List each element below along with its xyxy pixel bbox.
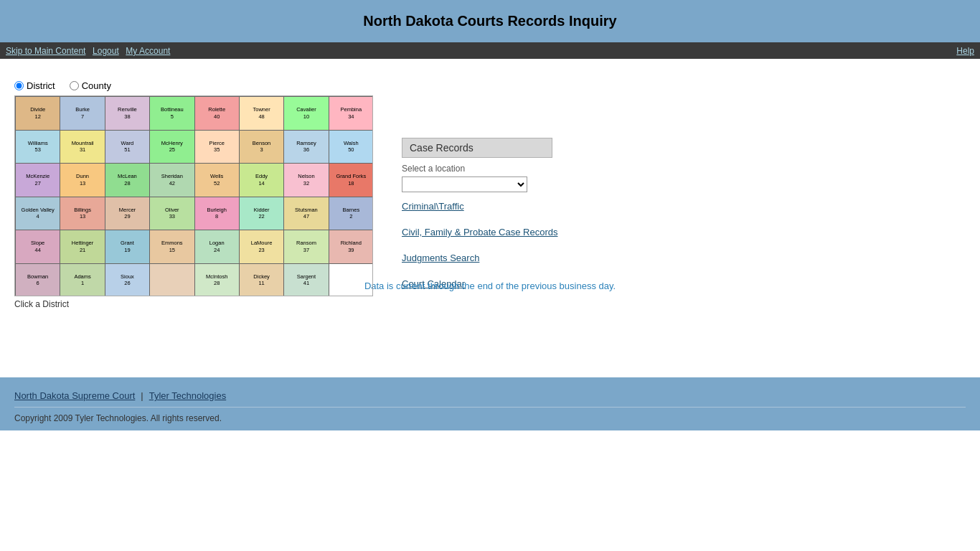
case-records-panel: Case Records Select a location Criminal\… (402, 138, 560, 302)
county-cell[interactable]: Adams1 (60, 263, 105, 296)
county-cell[interactable]: Pierce35 (194, 130, 239, 164)
county-cell[interactable]: Stutsman47 (284, 197, 329, 230)
county-cell[interactable]: McKenzie27 (16, 164, 60, 197)
county-cell[interactable]: Barnes2 (329, 197, 373, 230)
county-cell[interactable] (329, 263, 373, 296)
county-cell[interactable]: Billings13 (60, 197, 105, 230)
navbar: Skip to Main Content Logout My Account H… (0, 42, 980, 59)
county-cell[interactable]: Sargent41 (284, 263, 329, 296)
map-section: District County Divide12Burke7Renville38… (14, 80, 373, 309)
footer-links: North Dakota Supreme Court | Tyler Techn… (14, 385, 966, 408)
view-toggle: District County (14, 80, 111, 91)
case-record-link[interactable]: Judgments Search (402, 253, 560, 263)
county-cell[interactable]: Rolette40 (194, 97, 239, 131)
county-cell[interactable]: Ransom37 (284, 230, 329, 264)
county-cell[interactable]: Oliver33 (150, 197, 194, 230)
county-cell[interactable]: Towner48 (239, 97, 283, 131)
nd-supreme-court-link[interactable]: North Dakota Supreme Court (14, 390, 135, 401)
page-header: North Dakota Courts Records Inquiry (0, 0, 980, 42)
my-account-link[interactable]: My Account (126, 46, 170, 56)
copyright-text: Copyright 2009 Tyler Technologies. All r… (14, 413, 966, 423)
district-radio-label[interactable]: District (14, 80, 55, 91)
help-link[interactable]: Help (956, 46, 974, 56)
county-cell[interactable]: Nelson32 (284, 164, 329, 197)
skip-to-main-link[interactable]: Skip to Main Content (6, 46, 85, 56)
county-radio[interactable] (70, 81, 79, 90)
footer: North Dakota Supreme Court | Tyler Techn… (0, 377, 980, 430)
county-cell[interactable]: Bowman6 (16, 263, 60, 296)
nav-left: Skip to Main Content Logout My Account (6, 45, 174, 56)
logout-link[interactable]: Logout (93, 46, 119, 56)
county-cell[interactable]: Hettinger21 (60, 230, 105, 264)
county-cell[interactable]: Slope44 (16, 230, 60, 264)
county-cell[interactable]: Logan24 (194, 230, 239, 264)
county-cell[interactable]: Renville38 (105, 97, 149, 131)
county-cell[interactable] (150, 263, 194, 296)
county-cell[interactable]: Ramsey36 (284, 130, 329, 164)
county-cell[interactable]: Golden Valley4 (16, 197, 60, 230)
county-cell[interactable]: Richland39 (329, 230, 373, 264)
nav-right: Help (956, 45, 974, 56)
county-cell[interactable]: Walsh50 (329, 130, 373, 164)
district-radio[interactable] (14, 81, 24, 90)
county-cell[interactable]: Benson3 (239, 130, 283, 164)
county-cell[interactable]: Mountrail31 (60, 130, 105, 164)
county-cell[interactable]: Dickey11 (239, 263, 283, 296)
county-cell[interactable]: Burleigh8 (194, 197, 239, 230)
county-cell[interactable]: Emmons15 (150, 230, 194, 264)
county-cell[interactable]: Burke7 (60, 97, 105, 131)
case-records-title: Case Records (402, 138, 552, 158)
county-cell[interactable]: Dunn13 (60, 164, 105, 197)
county-cell[interactable]: Eddy14 (239, 164, 283, 197)
county-cell[interactable]: LaMoure23 (239, 230, 283, 264)
county-cell[interactable]: Wells52 (194, 164, 239, 197)
county-cell[interactable]: Mercer29 (105, 197, 149, 230)
county-cell[interactable]: McIntosh28 (194, 263, 239, 296)
county-cell[interactable]: McLean28 (105, 164, 149, 197)
county-cell[interactable]: Bottineau5 (150, 97, 194, 131)
county-cell[interactable]: Williams53 (16, 130, 60, 164)
nd-county-map-table[interactable]: Divide12Burke7Renville38Bottineau5Rolett… (15, 96, 373, 296)
county-cell[interactable]: Cavalier10 (284, 97, 329, 131)
county-cell[interactable]: Grand Forks18 (329, 164, 373, 197)
tyler-technologies-link[interactable]: Tyler Technologies (149, 390, 226, 401)
nd-map-container[interactable]: Divide12Burke7Renville38Bottineau5Rolett… (14, 95, 373, 296)
county-cell[interactable]: Pembina34 (329, 97, 373, 131)
county-cell[interactable]: Divide12 (16, 97, 60, 131)
location-select[interactable] (402, 176, 527, 192)
county-cell[interactable]: Sheridan42 (150, 164, 194, 197)
county-radio-label[interactable]: County (70, 80, 111, 91)
county-cell[interactable]: Sioux26 (105, 263, 149, 296)
case-record-link[interactable]: Civil, Family & Probate Case Records (402, 227, 560, 237)
case-record-link[interactable]: Criminal\Traffic (402, 201, 560, 212)
select-location-label: Select a location (402, 164, 560, 174)
page-title: North Dakota Courts Records Inquiry (0, 13, 980, 29)
county-cell[interactable]: Kidder22 (239, 197, 283, 230)
click-instruction: Click a District (14, 299, 69, 309)
footer-separator: | (141, 390, 143, 401)
county-cell[interactable]: McHenry25 (150, 130, 194, 164)
county-cell[interactable]: Ward51 (105, 130, 149, 164)
county-cell[interactable]: Grant19 (105, 230, 149, 264)
